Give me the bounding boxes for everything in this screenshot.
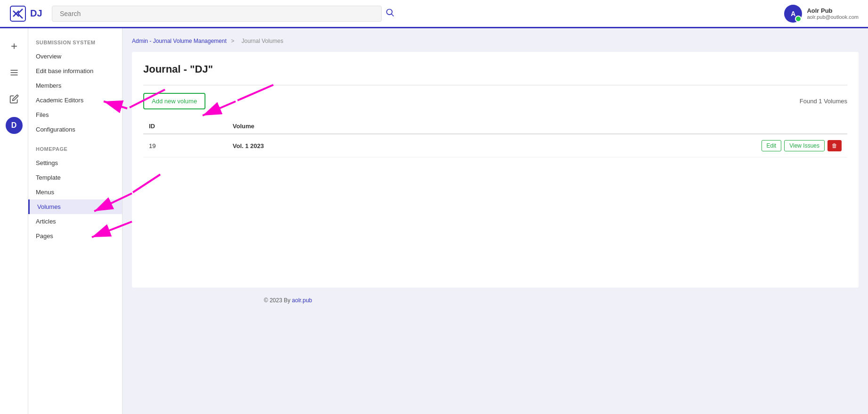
edit-icon	[9, 94, 19, 104]
list-icon	[9, 68, 19, 77]
icon-bar-list[interactable]	[6, 64, 23, 81]
content-card: Journal - "DJ" Add new volume Found 1 Vo…	[132, 52, 859, 288]
submission-section-title: SUBMISSION SYSTEM	[28, 38, 122, 49]
table-row: 19 Vol. 1 2023 Edit View Issues 🗑	[143, 134, 847, 157]
search-button[interactable]	[385, 8, 395, 19]
sidebar-item-settings[interactable]: Settings	[28, 156, 122, 170]
sidebar: SUBMISSION SYSTEM Overview Edit base inf…	[28, 28, 123, 414]
col-actions	[424, 119, 847, 134]
sidebar-item-academic-editors[interactable]: Academic Editors	[28, 93, 122, 108]
sidebar-item-pages[interactable]: Pages	[28, 229, 122, 243]
col-volume: Volume	[227, 119, 424, 134]
plus-icon	[9, 41, 19, 51]
icon-bar-user[interactable]: D	[6, 117, 23, 134]
sidebar-item-edit-base[interactable]: Edit base information	[28, 64, 122, 78]
logo-area: DJ	[9, 5, 42, 22]
cell-id: 19	[143, 134, 227, 157]
top-navigation: DJ A Aolr Pub aolr.pub@outlook.com	[0, 0, 868, 28]
breadcrumb-parent[interactable]: Admin - Journal Volume Management	[132, 38, 227, 44]
icon-bar: D	[0, 28, 28, 414]
found-volumes-count: Found 1 Volumes	[800, 98, 847, 105]
table-body: 19 Vol. 1 2023 Edit View Issues 🗑	[143, 134, 847, 157]
main-content: Admin - Journal Volume Management > Jour…	[123, 28, 868, 414]
search-area	[52, 6, 775, 22]
logo-icon	[9, 5, 26, 22]
svg-point-5	[387, 9, 393, 15]
add-new-volume-button[interactable]: Add new volume	[143, 93, 205, 109]
user-email: aolr.pub@outlook.com	[807, 14, 859, 20]
logo-text: DJ	[30, 8, 42, 19]
page-layout: D SUBMISSION SYSTEM Overview Edit base i…	[0, 28, 868, 414]
search-icon	[385, 8, 395, 17]
breadcrumb-separator: >	[231, 38, 234, 44]
user-info: Aolr Pub aolr.pub@outlook.com	[807, 7, 859, 20]
icon-bar-edit[interactable]	[6, 91, 23, 108]
table-header: ID Volume	[143, 119, 847, 134]
delete-button[interactable]: 🗑	[827, 140, 842, 151]
breadcrumb-current: Journal Volumes	[241, 38, 283, 44]
view-issues-button[interactable]: View Issues	[784, 140, 825, 151]
sidebar-item-overview[interactable]: Overview	[28, 49, 122, 64]
footer-copyright: © 2023 By	[264, 297, 292, 304]
search-input[interactable]	[52, 6, 382, 22]
sidebar-item-members[interactable]: Members	[28, 78, 122, 93]
user-name: Aolr Pub	[807, 7, 859, 14]
user-area: A Aolr Pub aolr.pub@outlook.com	[784, 5, 859, 23]
sidebar-item-articles[interactable]: Articles	[28, 214, 122, 229]
avatar: A	[784, 5, 802, 23]
sidebar-item-template[interactable]: Template	[28, 170, 122, 185]
cell-actions: Edit View Issues 🗑	[424, 134, 847, 157]
edit-button[interactable]: Edit	[762, 140, 782, 151]
user-d-label: D	[11, 121, 17, 130]
sidebar-item-menus[interactable]: Menus	[28, 185, 122, 199]
col-id: ID	[143, 119, 227, 134]
breadcrumb: Admin - Journal Volume Management > Jour…	[132, 38, 859, 44]
icon-bar-add[interactable]	[6, 38, 23, 55]
cell-volume: Vol. 1 2023	[227, 134, 424, 157]
divider	[143, 85, 847, 85]
homepage-section-title: HOMEPAGE	[28, 144, 122, 156]
toolbar: Add new volume Found 1 Volumes	[143, 93, 847, 109]
sidebar-item-configurations[interactable]: Configurations	[28, 122, 122, 137]
footer: © 2023 By aolr.pub	[254, 288, 859, 313]
page-title: Journal - "DJ"	[143, 63, 847, 75]
sidebar-item-volumes[interactable]: Volumes	[28, 199, 122, 214]
volumes-table: ID Volume 19 Vol. 1 2023 Edit View Issue…	[143, 119, 847, 157]
sidebar-item-files[interactable]: Files	[28, 108, 122, 122]
svg-line-6	[392, 14, 394, 17]
footer-link[interactable]: aolr.pub	[292, 297, 312, 304]
